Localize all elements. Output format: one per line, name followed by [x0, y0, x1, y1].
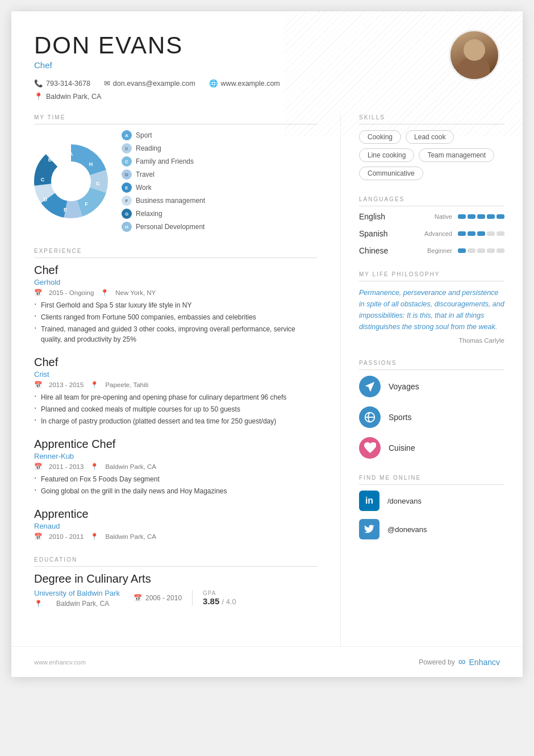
pie-chart: A H G F E D C B — [34, 144, 108, 218]
job-2-company: Crist — [34, 370, 318, 379]
legend-dot-c: C — [122, 156, 132, 167]
legend-label-personal: Personal Development — [136, 223, 205, 231]
footer-website: www.enhancv.com — [34, 659, 86, 666]
job-3: Apprentice Chef Renner-Kub 📅 2011 - 2013… — [34, 438, 318, 496]
social-title: FIND ME ONLINE — [359, 475, 504, 485]
edu-location: Baldwin Park, CA — [56, 600, 109, 608]
lang-dot — [458, 214, 466, 219]
avatar — [449, 30, 500, 81]
bullet-2-3: In charge of pastry production (platted … — [34, 416, 318, 426]
job-3-bullets: Featured on Fox 5 Foods Day segment Goin… — [34, 474, 318, 496]
edu-school: University of Baldwin Park — [34, 589, 120, 597]
passion-cuisine-label: Cuisine — [389, 443, 415, 452]
job-2: Chef Crist 📅 2013 - 2015 📍 Papeete, Tahi… — [34, 356, 318, 426]
legend-label-work: Work — [136, 184, 152, 192]
lang-dot — [468, 248, 475, 253]
bullet-1-3: Trained, managed and guided 3 other cook… — [34, 324, 318, 344]
location-info: 📍 Baldwin Park, CA — [34, 92, 500, 101]
legend-dot-h: H — [122, 222, 132, 232]
legend-family: C Family and Friends — [122, 156, 205, 167]
edu-cal-icon: 📅 — [134, 594, 142, 602]
linkedin-handle: /donevans — [387, 497, 422, 505]
job-4-title: Apprentice — [34, 508, 318, 521]
education-title: EDUCATION — [34, 556, 318, 567]
job-1-company: Gerhold — [34, 278, 318, 286]
brand-logo: ∞ — [458, 656, 466, 668]
job-4-company: Renaud — [34, 522, 318, 530]
linkedin-item: in /donevans — [359, 491, 504, 511]
email-address: don.evans@example.com — [113, 80, 195, 88]
legend-label-sport: Sport — [136, 131, 152, 139]
sports-icon — [359, 406, 381, 428]
edu-meta: 📍 Baldwin Park, CA — [34, 600, 120, 608]
experience-section: EXPERIENCE Chef Gerhold 📅 2015 - Ongoing… — [34, 248, 318, 541]
legend-label-reading: Reading — [136, 144, 161, 152]
edu-gpa-max: / — [222, 597, 226, 606]
lang-spanish-name: Spanish — [359, 229, 404, 238]
legend-label-family: Family and Friends — [136, 157, 194, 165]
contact-info: 📞 793-314-3678 ✉ don.evans@example.com 🌐… — [34, 79, 500, 101]
skill-lead-cook: Lead cook — [406, 130, 454, 144]
bullet-1-1: First Gerhold and Spa 5 star luxury life… — [34, 300, 318, 310]
passion-cuisine: Cuisine — [359, 437, 504, 459]
svg-text:B: B — [48, 157, 52, 163]
lang-chinese-level: Beginner — [427, 247, 452, 254]
legend-relaxing: G Relaxing — [122, 209, 205, 219]
skill-team-management: Team management — [419, 148, 494, 162]
lang-dot — [477, 214, 485, 219]
header-section: DON EVANS Chef 📞 793-314-3678 ✉ don.evan… — [11, 11, 523, 114]
lang-dot — [487, 214, 495, 219]
lang-dot — [468, 214, 475, 219]
svg-text:H: H — [89, 161, 93, 167]
job-2-location: Papeete, Tahiti — [105, 381, 148, 388]
lang-english: English Native — [359, 212, 504, 221]
linkedin-icon: in — [359, 491, 379, 511]
bullet-2-2: Planned and cooked meals of multiple cou… — [34, 404, 318, 414]
bullet-1-2: Clients ranged from Fortune 500 companie… — [34, 312, 318, 322]
edu-gpa-value: 3.85 / 4.0 — [203, 596, 236, 606]
philosophy-text: Permanence, perseverance and persistence… — [359, 287, 504, 333]
my-time-section: MY TIME — [34, 114, 318, 232]
legend-travel: D Travel — [122, 169, 205, 180]
svg-text:G: G — [95, 181, 99, 186]
powered-by-text: Powered by — [419, 658, 454, 666]
job-2-bullets: Hire all team for pre-opening and openin… — [34, 392, 318, 426]
loc-icon-4: 📍 — [90, 533, 98, 541]
svg-text:F: F — [85, 201, 88, 207]
lang-dot — [497, 214, 504, 219]
svg-text:A: A — [69, 151, 73, 157]
footer: www.enhancv.com Powered by ∞ Enhancv — [11, 646, 523, 677]
lang-dot — [487, 231, 495, 236]
lang-english-bar — [458, 214, 504, 219]
passions-section: PASSIONS Voyages Sports — [359, 360, 504, 459]
lang-dot — [497, 231, 504, 236]
job-2-date: 2013 - 2015 — [49, 381, 84, 388]
languages-title: LANGUAGES — [359, 196, 504, 206]
bullet-3-1: Featured on Fox 5 Foods Day segment — [34, 474, 318, 484]
svg-text:E: E — [64, 207, 67, 213]
my-time-title: MY TIME — [34, 114, 318, 124]
cal-icon-3: 📅 — [34, 463, 42, 471]
lang-dot — [468, 231, 475, 236]
phone-info: 📞 793-314-3678 — [34, 79, 90, 88]
bullet-3-2: Going global on the grill in the daily n… — [34, 486, 318, 496]
edu-gpa-number: 3.85 — [203, 596, 219, 606]
edu-date: 2006 - 2010 — [145, 594, 182, 602]
job-1-bullets: First Gerhold and Spa 5 star luxury life… — [34, 300, 318, 344]
legend-personal: H Personal Development — [122, 222, 205, 232]
skills-title: SKILLS — [359, 114, 504, 124]
lang-dot — [487, 248, 495, 253]
philosophy-title: MY LIFE PHILOSOPHY — [359, 271, 504, 281]
passion-voyages-label: Voyages — [389, 382, 419, 391]
legend-business: F Business management — [122, 196, 205, 206]
resume-container: DON EVANS Chef 📞 793-314-3678 ✉ don.evan… — [11, 11, 523, 677]
legend-work: E Work — [122, 182, 205, 193]
job-2-meta: 📅 2013 - 2015 📍 Papeete, Tahiti — [34, 381, 318, 389]
skill-line-cooking: Line cooking — [359, 148, 414, 162]
lang-english-name: English — [359, 212, 404, 221]
legend-dot-d: D — [122, 169, 132, 180]
legend-label-travel: Travel — [136, 171, 155, 178]
passion-sports-label: Sports — [389, 413, 411, 422]
lang-chinese-bar — [458, 248, 504, 253]
legend-label-relaxing: Relaxing — [136, 210, 162, 218]
